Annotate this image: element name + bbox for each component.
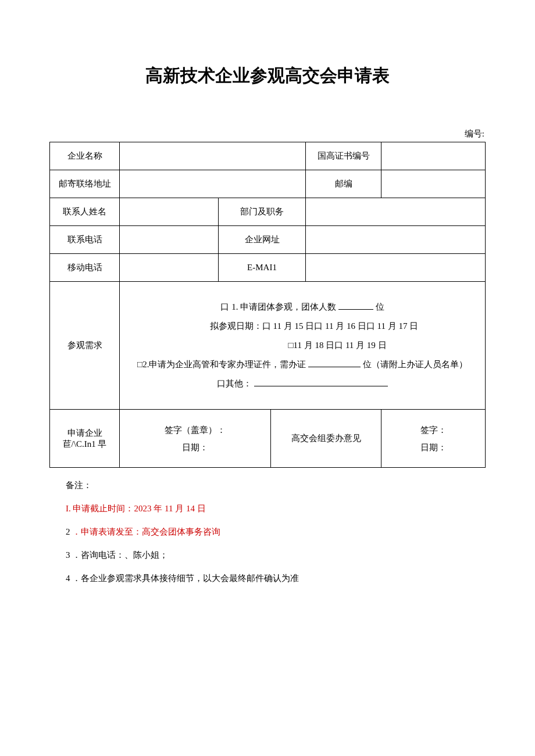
date-label: 日期： [123, 439, 267, 456]
note-4: 4 ．各企业参观需求具体接待细节，以大会最终邮件确认为准 [66, 568, 486, 589]
table-row: 参观需求 口 1. 申请团体参观，团体人数 位 拟参观日期：口 11 月 15 … [50, 282, 486, 410]
table-row: 申请企业 苣/\C.In1 早 签字（盖章）： 日期： 高交会组委办意见 签字：… [50, 410, 486, 468]
table-row: 联系人姓名 部门及职务 [50, 198, 486, 226]
sign-seal-label: 签字（盖章）： [123, 421, 267, 439]
label-dept-title: 部门及职务 [219, 198, 306, 226]
label-mobile: 移动电话 [50, 254, 120, 282]
table-row: 邮寄联络地址 邮编 [50, 170, 486, 198]
demand-other-label: 口其他： [217, 379, 252, 388]
demand-dates-line1: 拟参观日期：口 11 月 15 日口 11 月 16 日口 11 月 17 日 [123, 317, 482, 336]
demand-opt2-prefix: □2.申请为企业高管和专家办理证件，需办证 [137, 360, 306, 369]
date-label: 日期： [385, 439, 482, 456]
label-phone: 联系电话 [50, 226, 120, 254]
note-3: 3 ．咨询电话：、陈小姐； [66, 544, 486, 565]
table-row: 移动电话 E-MAI1 [50, 254, 486, 282]
label-contact-name: 联系人姓名 [50, 198, 120, 226]
field-company-name[interactable] [120, 142, 306, 170]
blank-group-count[interactable] [338, 301, 373, 310]
field-phone[interactable] [120, 226, 219, 254]
label-mailing-address: 邮寄联络地址 [50, 170, 120, 198]
label-cert-no: 国高证书编号 [306, 142, 381, 170]
field-visit-demand[interactable]: 口 1. 申请团体参观，团体人数 位 拟参观日期：口 11 月 15 日口 11… [120, 282, 486, 410]
blank-other[interactable] [254, 378, 388, 386]
label-company-name: 企业名称 [50, 142, 120, 170]
field-email[interactable] [306, 254, 486, 282]
sign-label: 签字： [385, 421, 482, 439]
field-applicant-signature[interactable]: 签字（盖章）： 日期： [120, 410, 271, 468]
field-mobile[interactable] [120, 254, 219, 282]
label-org-opinion: 高交会组委办意见 [271, 410, 381, 468]
label-applicant-opinion: 申请企业 苣/\C.In1 早 [50, 410, 120, 468]
serial-number-label: 编号: [49, 128, 486, 139]
field-dept-title[interactable] [306, 198, 486, 226]
blank-cert-count[interactable] [308, 359, 361, 367]
field-contact-name[interactable] [120, 198, 219, 226]
demand-opt2-suffix: 位（请附上办证人员名单） [363, 360, 468, 369]
table-row: 企业名称 国高证书编号 [50, 142, 486, 170]
table-row: 联系电话 企业网址 [50, 226, 486, 254]
application-form-table: 企业名称 国高证书编号 邮寄联络地址 邮编 联系人姓名 部门及职务 联系电话 企… [49, 142, 486, 468]
demand-opt1-suffix: 位 [376, 302, 384, 311]
label-website: 企业网址 [219, 226, 306, 254]
label-email: E-MAI1 [219, 254, 306, 282]
field-org-signature[interactable]: 签字： 日期： [381, 410, 486, 468]
notes-header: 备注： [66, 475, 486, 496]
field-postcode[interactable] [381, 170, 486, 198]
label-postcode: 邮编 [306, 170, 381, 198]
label-visit-demand: 参观需求 [50, 282, 120, 410]
field-cert-no[interactable] [381, 142, 486, 170]
demand-opt1-prefix: 口 1. 申请团体参观，团体人数 [220, 302, 336, 311]
field-website[interactable] [306, 226, 486, 254]
note-1: I. 申请截止时间：2023 年 11 月 14 日 [66, 498, 486, 519]
note-2: 2 ．申请表请发至：高交会团体事务咨询 [66, 521, 486, 542]
field-mailing-address[interactable] [120, 170, 306, 198]
demand-dates-line2: □11 月 18 日口 11 月 19 日 [123, 336, 482, 355]
notes-section: 备注： I. 申请截止时间：2023 年 11 月 14 日 2 ．申请表请发至… [49, 475, 486, 589]
page-title: 高新技术企业参观高交会申请表 [49, 64, 486, 88]
